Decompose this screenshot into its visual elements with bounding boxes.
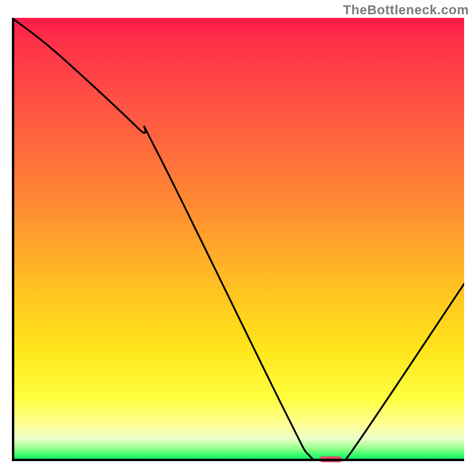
chart-root: TheBottleneck.com (0, 0, 476, 476)
optimal-marker (320, 456, 342, 462)
watermark-text: TheBottleneck.com (343, 2, 469, 18)
plot-area (12, 18, 464, 461)
bottleneck-curve-path (12, 18, 464, 461)
bottleneck-curve-svg (12, 18, 464, 461)
